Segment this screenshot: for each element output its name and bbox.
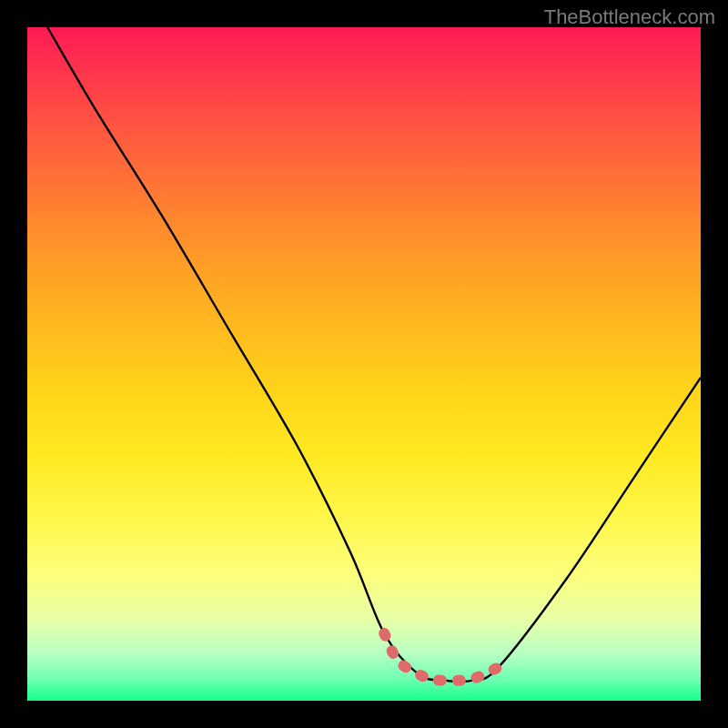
curve-svg: [27, 27, 701, 701]
chart-container: TheBottleneck.com: [0, 0, 728, 728]
watermark-text: TheBottleneck.com: [544, 5, 715, 29]
bottleneck-curve: [47, 27, 701, 682]
plot-area: [27, 27, 701, 701]
